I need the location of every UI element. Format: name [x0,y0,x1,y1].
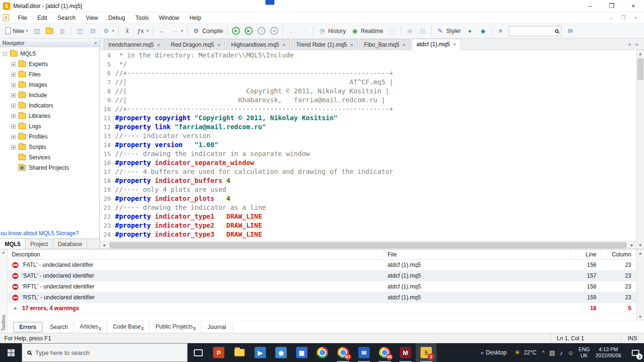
variable-button[interactable]: x̂ [121,25,134,37]
error-row[interactable]: 'SATL' - undeclared identifieratdcf (1).… [8,271,636,281]
tab-close-icon[interactable]: × [157,42,160,48]
collapse-icon[interactable]: - [3,52,7,56]
copy-snippet-button[interactable]: ▣ [403,25,416,37]
compile-button[interactable]: ⚙Compile [190,25,225,37]
error-row[interactable]: 'FATL' - undeclared identifieratdcf (1).… [8,260,636,271]
taskbar-mail[interactable]: ✉ [354,343,374,362]
mdi-restore-button[interactable]: ❐ [618,14,629,22]
editor-tab-red-dragon-mq5[interactable]: Red Dragon.mq5× [166,39,225,49]
weather-widget[interactable]: ☀ 22°C [514,348,537,357]
navigator-tab-mql5[interactable]: MQL5 [0,239,25,249]
navigator-close-icon[interactable]: × [94,40,97,46]
taskbar-task-view[interactable] [188,343,208,362]
hidden-icons-chevron[interactable]: ^ [542,350,545,355]
toolbox-scroll-down-icon[interactable]: ▼ [636,313,644,321]
close-button[interactable]: × [622,0,644,12]
expand-icon[interactable]: + [11,104,16,108]
people-icon[interactable]: ☺ [568,349,574,356]
taskbar-calendar[interactable]: ▦ [291,343,312,362]
menu-file[interactable]: File [13,13,32,23]
tree-item-logs[interactable]: +Logs [0,121,99,132]
tab-close-icon[interactable]: × [217,42,220,48]
menu-tools[interactable]: Tools [130,13,154,23]
tree-item-profiles[interactable]: +Profiles [0,132,99,142]
taskbar-chrome[interactable] [312,343,333,362]
tree-item-images[interactable]: +Images [0,80,99,90]
error-row[interactable]: 'RFTL' - undeclared identifieratdcf (1).… [8,281,636,292]
tree-item-mql5[interactable]: -MQL5 [0,49,99,59]
start-debug-button[interactable]: ▶ [230,25,242,37]
mdi-minimize-button[interactable]: – [605,14,617,22]
minimize-button[interactable]: – [579,0,601,12]
taskbar-search-input[interactable] [35,349,182,356]
pause-button[interactable]: ∥ [255,25,268,37]
navigator-tab-project[interactable]: Project [25,239,53,249]
vertical-scroll-thumb[interactable] [637,58,644,80]
taskbar-powerpoint[interactable]: P [208,343,229,362]
step-up-button[interactable]: ↑ [298,25,311,37]
display-icon[interactable]: ▤ [549,349,555,356]
volume-icon[interactable]: ♪ [560,349,563,356]
toolbox-tab-code-base[interactable]: Code Base2 [107,322,149,332]
navigator-tab-database[interactable]: Database [53,239,87,249]
auto-checkbox-button[interactable]: ▢ [386,25,399,37]
editor-tab-highsandlows-mq5[interactable]: Highsandlows.mq5× [226,39,290,49]
search-icon[interactable] [555,29,559,33]
horizontal-scroll-thumb[interactable] [109,242,627,248]
toolbox-tab-public-projects[interactable]: Public Projects2 [150,322,202,332]
horizontal-scrollbar[interactable]: ◄ ► [100,241,636,249]
toolbox-scroll-up-icon[interactable]: ▲ [636,249,644,257]
editor-tab-fibo-bar-mq5[interactable]: Fibo_Bar.mq5× [359,39,410,49]
tree-item-services[interactable]: Services [0,152,99,163]
mql5-storage-link[interactable]: ou know about MQL5 Storage? [0,228,99,239]
toolbox-tab-search[interactable]: Search [44,322,74,332]
menu-help[interactable]: Help [184,13,206,23]
vertical-scrollbar[interactable]: ▲ ▼ [636,50,644,249]
tree-item-libraries[interactable]: +Libraries [0,111,99,121]
tree-item-experts[interactable]: +Experts [0,59,99,69]
expand-icon[interactable]: + [11,83,16,87]
menu-debug[interactable]: Debug [103,13,130,23]
navigate-back-button[interactable]: ← [155,25,168,37]
vps-button[interactable]: ◆ [476,25,489,37]
toolbar-search-input[interactable] [512,28,553,34]
split-horizontal-button[interactable]: ⊟ [86,25,99,37]
tab-close-icon[interactable]: × [403,42,405,48]
expand-icon[interactable]: + [11,73,16,77]
editor-tab-trendchannel-mq5[interactable]: trendchannel.mq5× [104,39,165,49]
paste-snippet-button[interactable]: ▤ [416,25,429,37]
profiles-button[interactable]: ⚙▾ [99,25,116,37]
tab-scroll-right-icon[interactable]: ► [635,42,639,47]
tree-item-scripts[interactable]: +Scripts [0,142,99,152]
tree-item-indicators[interactable]: +Indicators [0,100,99,111]
menu-window[interactable]: Window [154,13,184,23]
editor-tab-trend-rider-1-mq5[interactable]: Trend Rider (1).mq5× [291,39,358,49]
realtime-button[interactable]: ◉Realtime [348,25,385,37]
column-header-description[interactable]: Description [8,249,383,259]
toolbox-close-icon[interactable]: × [2,249,5,255]
column-header-line[interactable]: Line [571,249,601,259]
new-project-button[interactable]: ◫ [30,25,43,37]
toolbox-summary-row[interactable]: 17 errors, 4 warnings 18 5 [8,303,636,314]
send-message-button[interactable]: ✉ [563,25,577,37]
community-button[interactable]: ● [463,25,476,37]
tab-scroll-left-icon[interactable]: ◄ [627,42,631,47]
history-button[interactable]: ◷History [315,25,348,37]
error-row[interactable]: 'RSTL' - undeclared identifieratdcf (1).… [8,292,636,303]
scroll-up-icon[interactable]: ▲ [636,50,644,58]
scroll-down-icon[interactable]: ▼ [636,241,644,249]
tab-close-icon[interactable]: × [453,41,456,47]
styler-button[interactable]: ✎Styler [434,25,463,37]
editor-tab-atdcf-1-mq5[interactable]: atdcf (1).mq5× [412,39,461,50]
split-vertical-button[interactable]: ◫ [73,25,86,37]
maximize-button[interactable]: ❐ [601,0,622,12]
taskbar-movies-tv[interactable]: ▶ [250,343,271,362]
taskbar-chrome-profile-1[interactable]: 67 [333,343,354,362]
new-button[interactable]: New▾ [3,25,30,37]
save-button[interactable]: ▦ [56,25,69,37]
column-header-column[interactable]: Column [601,249,636,259]
tab-close-icon[interactable]: × [350,42,353,48]
language-indicator[interactable]: ENG UK [578,346,590,359]
desktop-toolbar-label[interactable]: Desktop [486,349,507,356]
taskbar-search[interactable] [22,343,188,362]
